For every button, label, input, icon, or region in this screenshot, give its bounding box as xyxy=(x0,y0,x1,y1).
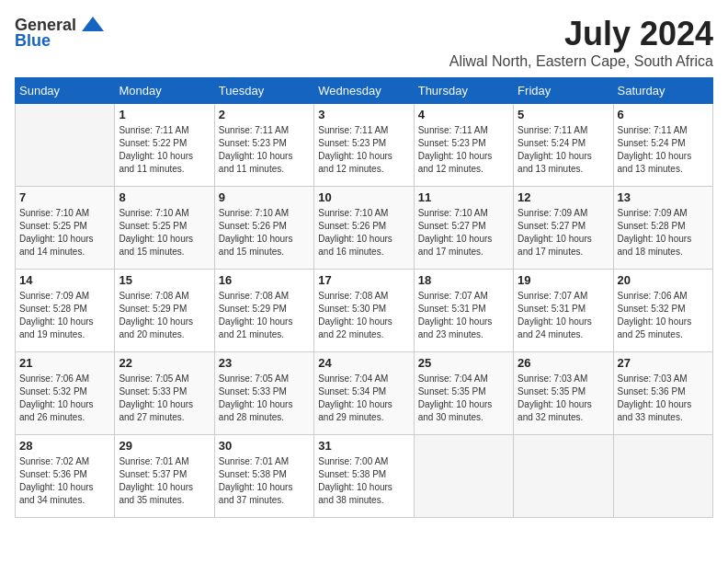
calendar-cell: 10Sunrise: 7:10 AMSunset: 5:26 PMDayligh… xyxy=(314,187,414,270)
day-number: 13 xyxy=(618,190,709,204)
day-info: Sunrise: 7:09 AMSunset: 5:27 PMDaylight:… xyxy=(518,207,609,259)
day-header-thursday: Thursday xyxy=(414,78,513,104)
day-number: 1 xyxy=(119,108,210,121)
calendar-week-row: 28Sunrise: 7:02 AMSunset: 5:36 PMDayligh… xyxy=(16,435,713,518)
calendar-cell: 15Sunrise: 7:08 AMSunset: 5:29 PMDayligh… xyxy=(115,270,214,352)
day-number: 19 xyxy=(518,273,609,287)
calendar-cell xyxy=(514,435,613,518)
day-header-friday: Friday xyxy=(514,78,613,104)
day-number: 9 xyxy=(219,190,310,204)
logo-icon xyxy=(80,15,106,35)
day-header-monday: Monday xyxy=(115,78,214,104)
calendar-cell: 25Sunrise: 7:04 AMSunset: 5:35 PMDayligh… xyxy=(414,352,513,435)
calendar-cell: 13Sunrise: 7:09 AMSunset: 5:28 PMDayligh… xyxy=(613,187,712,270)
day-info: Sunrise: 7:04 AMSunset: 5:34 PMDaylight:… xyxy=(318,373,409,424)
calendar-cell: 24Sunrise: 7:04 AMSunset: 5:34 PMDayligh… xyxy=(314,352,414,435)
calendar-cell: 17Sunrise: 7:08 AMSunset: 5:30 PMDayligh… xyxy=(314,270,414,352)
day-number: 30 xyxy=(219,439,310,453)
day-number: 7 xyxy=(19,190,110,204)
calendar-cell: 4Sunrise: 7:11 AMSunset: 5:23 PMDaylight… xyxy=(414,104,513,187)
day-info: Sunrise: 7:11 AMSunset: 5:24 PMDaylight:… xyxy=(618,124,709,176)
day-number: 18 xyxy=(418,273,509,287)
calendar-cell: 27Sunrise: 7:03 AMSunset: 5:36 PMDayligh… xyxy=(613,352,712,435)
calendar-cell: 19Sunrise: 7:07 AMSunset: 5:31 PMDayligh… xyxy=(514,270,613,352)
day-info: Sunrise: 7:01 AMSunset: 5:37 PMDaylight:… xyxy=(119,455,210,507)
calendar-cell: 22Sunrise: 7:05 AMSunset: 5:33 PMDayligh… xyxy=(115,352,214,435)
day-number: 29 xyxy=(119,439,210,453)
day-number: 8 xyxy=(119,190,210,204)
day-number: 31 xyxy=(318,439,409,453)
day-header-saturday: Saturday xyxy=(613,78,712,104)
day-info: Sunrise: 7:09 AMSunset: 5:28 PMDaylight:… xyxy=(19,290,110,341)
day-number: 27 xyxy=(618,356,709,370)
day-info: Sunrise: 7:05 AMSunset: 5:33 PMDaylight:… xyxy=(219,373,310,424)
day-info: Sunrise: 7:07 AMSunset: 5:31 PMDaylight:… xyxy=(418,290,509,341)
calendar-cell: 20Sunrise: 7:06 AMSunset: 5:32 PMDayligh… xyxy=(613,270,712,352)
title-section: July 2024 Aliwal North, Eastern Cape, So… xyxy=(449,15,713,70)
calendar-cell: 29Sunrise: 7:01 AMSunset: 5:37 PMDayligh… xyxy=(115,435,214,518)
location-title: Aliwal North, Eastern Cape, South Africa xyxy=(449,53,713,70)
day-info: Sunrise: 7:06 AMSunset: 5:32 PMDaylight:… xyxy=(618,290,709,341)
day-info: Sunrise: 7:08 AMSunset: 5:30 PMDaylight:… xyxy=(318,290,409,341)
day-number: 26 xyxy=(518,356,609,370)
day-info: Sunrise: 7:11 AMSunset: 5:24 PMDaylight:… xyxy=(518,124,609,176)
day-info: Sunrise: 7:10 AMSunset: 5:26 PMDaylight:… xyxy=(219,207,310,259)
day-info: Sunrise: 7:04 AMSunset: 5:35 PMDaylight:… xyxy=(418,373,509,424)
day-number: 23 xyxy=(219,356,310,370)
day-number: 12 xyxy=(518,190,609,204)
day-number: 17 xyxy=(318,273,409,287)
day-number: 6 xyxy=(618,108,709,121)
calendar-cell: 3Sunrise: 7:11 AMSunset: 5:23 PMDaylight… xyxy=(314,104,414,187)
calendar-cell: 8Sunrise: 7:10 AMSunset: 5:25 PMDaylight… xyxy=(115,187,214,270)
day-header-sunday: Sunday xyxy=(16,78,115,104)
day-number: 3 xyxy=(318,108,409,121)
day-info: Sunrise: 7:03 AMSunset: 5:36 PMDaylight:… xyxy=(618,373,709,424)
day-header-tuesday: Tuesday xyxy=(214,78,313,104)
day-info: Sunrise: 7:02 AMSunset: 5:36 PMDaylight:… xyxy=(19,455,110,507)
calendar-cell: 9Sunrise: 7:10 AMSunset: 5:26 PMDaylight… xyxy=(214,187,313,270)
day-header-wednesday: Wednesday xyxy=(314,78,414,104)
day-number: 25 xyxy=(418,356,509,370)
day-info: Sunrise: 7:10 AMSunset: 5:25 PMDaylight:… xyxy=(119,207,210,259)
day-number: 2 xyxy=(219,108,310,121)
calendar-week-row: 7Sunrise: 7:10 AMSunset: 5:25 PMDaylight… xyxy=(16,187,713,270)
day-info: Sunrise: 7:06 AMSunset: 5:32 PMDaylight:… xyxy=(19,373,110,424)
calendar-cell: 26Sunrise: 7:03 AMSunset: 5:35 PMDayligh… xyxy=(514,352,613,435)
calendar-cell: 5Sunrise: 7:11 AMSunset: 5:24 PMDaylight… xyxy=(514,104,613,187)
calendar-cell: 11Sunrise: 7:10 AMSunset: 5:27 PMDayligh… xyxy=(414,187,513,270)
calendar-cell xyxy=(16,104,115,187)
calendar-cell: 18Sunrise: 7:07 AMSunset: 5:31 PMDayligh… xyxy=(414,270,513,352)
day-number: 16 xyxy=(219,273,310,287)
day-number: 20 xyxy=(618,273,709,287)
day-number: 5 xyxy=(518,108,609,121)
calendar-week-row: 21Sunrise: 7:06 AMSunset: 5:32 PMDayligh… xyxy=(16,352,713,435)
day-info: Sunrise: 7:10 AMSunset: 5:26 PMDaylight:… xyxy=(318,207,409,259)
calendar-cell: 6Sunrise: 7:11 AMSunset: 5:24 PMDaylight… xyxy=(613,104,712,187)
calendar-cell: 21Sunrise: 7:06 AMSunset: 5:32 PMDayligh… xyxy=(16,352,115,435)
day-info: Sunrise: 7:11 AMSunset: 5:23 PMDaylight:… xyxy=(418,124,509,176)
calendar-cell: 7Sunrise: 7:10 AMSunset: 5:25 PMDaylight… xyxy=(16,187,115,270)
calendar-cell: 23Sunrise: 7:05 AMSunset: 5:33 PMDayligh… xyxy=(214,352,313,435)
logo: General Blue xyxy=(15,15,106,51)
svg-marker-0 xyxy=(82,17,104,31)
day-number: 10 xyxy=(318,190,409,204)
day-number: 22 xyxy=(119,356,210,370)
calendar-cell: 28Sunrise: 7:02 AMSunset: 5:36 PMDayligh… xyxy=(16,435,115,518)
calendar-cell: 14Sunrise: 7:09 AMSunset: 5:28 PMDayligh… xyxy=(16,270,115,352)
month-title: July 2024 xyxy=(449,15,713,53)
calendar-cell: 31Sunrise: 7:00 AMSunset: 5:38 PMDayligh… xyxy=(314,435,414,518)
day-info: Sunrise: 7:00 AMSunset: 5:38 PMDaylight:… xyxy=(318,455,409,507)
calendar-week-row: 1Sunrise: 7:11 AMSunset: 5:22 PMDaylight… xyxy=(16,104,713,187)
day-headers-row: SundayMondayTuesdayWednesdayThursdayFrid… xyxy=(16,78,713,104)
calendar-cell: 30Sunrise: 7:01 AMSunset: 5:38 PMDayligh… xyxy=(214,435,313,518)
calendar-cell: 1Sunrise: 7:11 AMSunset: 5:22 PMDaylight… xyxy=(115,104,214,187)
calendar-cell: 12Sunrise: 7:09 AMSunset: 5:27 PMDayligh… xyxy=(514,187,613,270)
day-info: Sunrise: 7:05 AMSunset: 5:33 PMDaylight:… xyxy=(119,373,210,424)
day-info: Sunrise: 7:08 AMSunset: 5:29 PMDaylight:… xyxy=(219,290,310,341)
day-number: 14 xyxy=(19,273,110,287)
day-info: Sunrise: 7:11 AMSunset: 5:23 PMDaylight:… xyxy=(219,124,310,176)
day-info: Sunrise: 7:01 AMSunset: 5:38 PMDaylight:… xyxy=(219,455,310,507)
day-info: Sunrise: 7:07 AMSunset: 5:31 PMDaylight:… xyxy=(518,290,609,341)
day-info: Sunrise: 7:08 AMSunset: 5:29 PMDaylight:… xyxy=(119,290,210,341)
day-info: Sunrise: 7:11 AMSunset: 5:22 PMDaylight:… xyxy=(119,124,210,176)
